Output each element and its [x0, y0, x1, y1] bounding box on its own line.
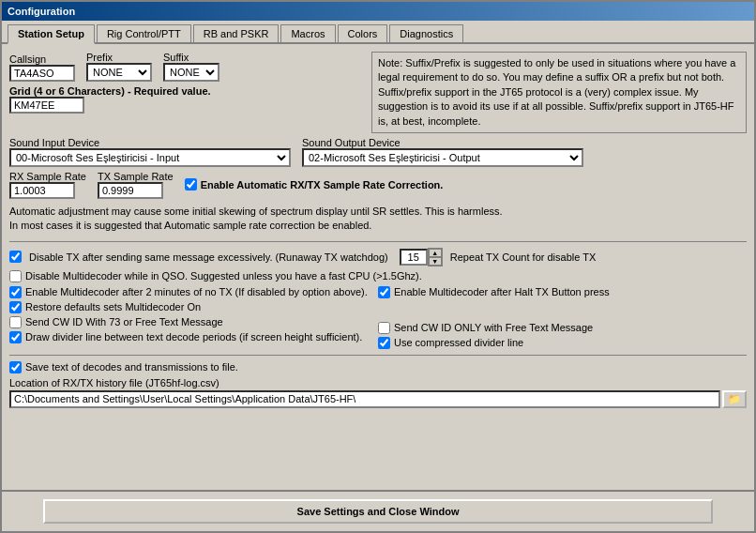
enable-multidecoder-2min-checkbox[interactable]	[9, 286, 22, 298]
auto-note-line2: In most cases it is suggested that Autom…	[9, 219, 747, 233]
rx-sample-input[interactable]	[9, 182, 75, 199]
prefix-field-group: Prefix NONE	[86, 52, 152, 82]
grid-input[interactable]	[9, 97, 84, 114]
save-text-decodes-row: Save text of decodes and transmissions t…	[9, 361, 747, 373]
two-col-checks: Enable Multidecoder after 2 minutes of n…	[9, 286, 747, 349]
disable-tx-row: Disable TX after sending same message ex…	[9, 248, 747, 266]
restore-defaults-label: Restore defaults sets Multidecoder On	[25, 301, 201, 312]
disable-multidecoder-row: Disable Multidecoder while in QSO. Sugge…	[9, 270, 747, 282]
note-box: Note: Suffix/Prefix is suggested to only…	[371, 52, 747, 133]
send-cwid-only-checkbox[interactable]	[378, 322, 390, 334]
tab-bar: Station Setup Rig Control/PTT RB and PSK…	[2, 21, 754, 44]
enable-multidecoder-2min-label: Enable Multidecoder after 2 minutes of n…	[25, 286, 368, 297]
callsign-input[interactable]	[9, 65, 75, 82]
auto-note-line1: Automatic adjustment may cause some init…	[9, 205, 747, 219]
tab-macros[interactable]: Macros	[280, 24, 335, 42]
window-title: Configuration	[8, 6, 75, 17]
enable-multidecoder-halt-row: Enable Multidecoder after Halt TX Button…	[378, 286, 747, 298]
title-bar: Configuration	[2, 2, 754, 21]
separator2	[9, 355, 747, 356]
tab-rig-control[interactable]: Rig Control/PTT	[97, 24, 191, 42]
disable-tx-checkbox[interactable]	[9, 251, 22, 263]
save-text-decodes-checkbox[interactable]	[9, 361, 22, 373]
tab-station-setup[interactable]: Station Setup	[8, 24, 95, 44]
tx-sample-input[interactable]	[98, 182, 163, 199]
sound-output-select[interactable]: 02-Microsoft Ses Eşleştiricisi - Output	[302, 148, 583, 167]
send-cwid-only-row: Send CW ID ONLY with Free Text Message	[378, 322, 747, 334]
sound-input-select[interactable]: 00-Microsoft Ses Eşleştiricisi - Input	[9, 148, 291, 167]
grid-field-group: Grid (4 or 6 Characters) - Required valu…	[9, 85, 364, 114]
save-settings-button[interactable]: Save Settings and Close Window	[43, 499, 714, 524]
enable-multidecoder-2min-row: Enable Multidecoder after 2 minutes of n…	[9, 286, 378, 298]
sound-input-group: Sound Input Device 00-Microsoft Ses Eşle…	[9, 137, 291, 167]
main-content: Callsign Prefix NONE Suffix NONE	[2, 44, 754, 490]
history-file-label: Location of RX/TX history file (JT65hf-l…	[9, 377, 747, 388]
spin-buttons: ▲ ▼	[428, 248, 443, 266]
separator1	[9, 241, 747, 242]
repeat-tx-count-label: Repeat TX Count for disable TX	[450, 251, 597, 263]
use-compressed-divider-label: Use compressed divider line	[394, 337, 523, 348]
left-panel: Callsign Prefix NONE Suffix NONE	[9, 52, 364, 133]
prefix-select[interactable]: NONE	[86, 63, 152, 82]
right-checks: Enable Multidecoder after Halt TX Button…	[378, 286, 747, 349]
tx-sample-label: TX Sample Rate	[98, 171, 174, 182]
draw-divider-checkbox[interactable]	[9, 331, 22, 343]
disable-multidecoder-checkbox[interactable]	[9, 270, 22, 282]
device-row: Sound Input Device 00-Microsoft Ses Eşle…	[9, 137, 747, 167]
disable-tx-label: Disable TX after sending same message ex…	[29, 251, 388, 263]
send-cwid73-row: Send CW ID With 73 or Free Text Message	[9, 316, 378, 328]
repeat-tx-spinbox: ▲ ▼	[400, 248, 443, 266]
tab-colors[interactable]: Colors	[338, 24, 388, 42]
history-file-input[interactable]	[9, 390, 720, 408]
callsign-field-group: Callsign	[9, 53, 75, 82]
enable-multidecoder-halt-label: Enable Multidecoder after Halt TX Button…	[394, 286, 610, 297]
tx-sample-group: TX Sample Rate	[98, 171, 174, 199]
send-cwid-only-label: Send CW ID ONLY with Free Text Message	[394, 322, 593, 333]
tab-diagnostics[interactable]: Diagnostics	[389, 24, 463, 42]
restore-defaults-checkbox[interactable]	[9, 301, 22, 313]
suffix-label: Suffix	[163, 52, 219, 63]
repeat-tx-input[interactable]	[400, 249, 428, 266]
suffix-select[interactable]: NONE	[163, 63, 219, 82]
auto-note: Automatic adjustment may cause some init…	[9, 205, 747, 234]
send-cwid73-checkbox[interactable]	[9, 316, 22, 328]
history-row: Location of RX/TX history file (JT65hf-l…	[9, 377, 747, 408]
note-text: Note: Suffix/Prefix is suggested to only…	[378, 57, 735, 127]
bottom-bar: Save Settings and Close Window	[2, 490, 754, 531]
main-window: Configuration Station Setup Rig Control/…	[0, 0, 756, 533]
callsign-group: Callsign Prefix NONE Suffix NONE	[9, 52, 364, 82]
use-compressed-divider-checkbox[interactable]	[378, 337, 390, 349]
folder-browse-button[interactable]: 📁	[722, 390, 747, 408]
draw-divider-row: Draw divider line between text decode pe…	[9, 331, 378, 343]
send-cwid73-label: Send CW ID With 73 or Free Text Message	[25, 316, 223, 327]
enable-multidecoder-halt-checkbox[interactable]	[378, 286, 390, 298]
rx-sample-group: RX Sample Rate	[9, 171, 86, 199]
left-checks: Enable Multidecoder after 2 minutes of n…	[9, 286, 378, 349]
auto-correction-checkbox[interactable]	[185, 178, 197, 190]
sample-rate-row: RX Sample Rate TX Sample Rate Enable Aut…	[9, 171, 747, 199]
save-text-decodes-label: Save text of decodes and transmissions t…	[25, 361, 238, 373]
auto-correction-row: Enable Automatic RX/TX Sample Rate Corre…	[185, 178, 444, 190]
spin-down-button[interactable]: ▼	[429, 257, 442, 266]
suffix-field-group: Suffix NONE	[163, 52, 219, 82]
use-compressed-divider-row: Use compressed divider line	[378, 337, 747, 349]
top-row: Callsign Prefix NONE Suffix NONE	[9, 52, 747, 133]
prefix-label: Prefix	[86, 52, 152, 63]
disable-multidecoder-label: Disable Multidecoder while in QSO. Sugge…	[25, 270, 422, 282]
callsign-label: Callsign	[9, 53, 75, 65]
sound-output-label: Sound Output Device	[302, 137, 583, 148]
rx-sample-label: RX Sample Rate	[9, 171, 86, 182]
auto-correction-label: Enable Automatic RX/TX Sample Rate Corre…	[201, 179, 444, 190]
sound-input-label: Sound Input Device	[9, 137, 291, 148]
tab-rb-pskr[interactable]: RB and PSKR	[193, 24, 280, 42]
draw-divider-label: Draw divider line between text decode pe…	[25, 331, 362, 343]
sound-output-group: Sound Output Device 02-Microsoft Ses Eşl…	[302, 137, 583, 167]
grid-label: Grid (4 or 6 Characters) - Required valu…	[9, 85, 364, 97]
spin-up-button[interactable]: ▲	[429, 249, 442, 257]
history-input-row: 📁	[9, 390, 747, 408]
restore-defaults-row: Restore defaults sets Multidecoder On	[9, 301, 378, 313]
